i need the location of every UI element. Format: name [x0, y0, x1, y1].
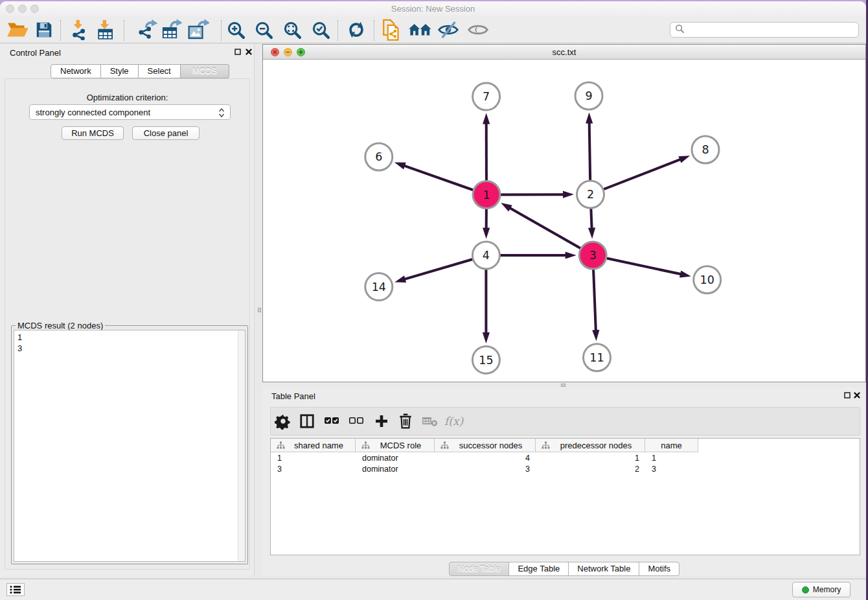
export-network-icon — [136, 19, 158, 42]
optimization-criterion-label: Optimization criterion: — [5, 93, 249, 102]
workspace: Control Panel NetworkStyleSelectMCDS Opt… — [0, 43, 866, 580]
zoom-fit-icon — [282, 20, 302, 41]
network-canvas[interactable]: 7968124314101511 — [263, 60, 865, 382]
table-row[interactable]: 1dominator411 — [271, 452, 698, 463]
column-header-name[interactable]: name — [645, 439, 698, 452]
main-toolbar — [0, 17, 866, 43]
export-table-button[interactable] — [159, 18, 183, 43]
network-window-titlebar: scc.txt — [263, 45, 865, 60]
toolbar-separator — [124, 20, 124, 41]
svg-text:2: 2 — [587, 188, 594, 201]
table-panel-close-button[interactable] — [852, 390, 862, 400]
mcds-result-title: MCDS result (2 nodes) — [16, 321, 105, 330]
column-header-MCDS-role[interactable]: MCDS role — [356, 439, 435, 452]
svg-text:10: 10 — [700, 273, 714, 286]
close-panel-button[interactable]: Close panel — [132, 126, 200, 140]
function-builder-button: f(x) — [444, 410, 467, 433]
table-header-row: shared name MCDS role successor nodes pr… — [271, 439, 698, 452]
table-panel-titlebar: Table Panel — [262, 387, 866, 404]
search-field[interactable] — [670, 22, 859, 38]
svg-text:11: 11 — [589, 351, 604, 364]
plus-icon — [374, 413, 389, 431]
control-tab-network[interactable]: Network — [51, 64, 101, 78]
export-image-button[interactable] — [186, 18, 211, 43]
control-tab-select[interactable]: Select — [139, 64, 181, 78]
eye-slash-icon — [437, 21, 460, 41]
export-table-icon — [160, 19, 182, 42]
memory-button[interactable]: Memory — [792, 582, 851, 597]
home-button[interactable] — [407, 18, 432, 43]
column-header-predecessor-nodes[interactable]: predecessor nodes — [536, 439, 645, 452]
control-panel: Control Panel NetworkStyleSelectMCDS Opt… — [0, 44, 255, 577]
svg-text:14: 14 — [372, 281, 386, 294]
column-header-successor-nodes[interactable]: successor nodes — [435, 439, 536, 452]
control-panel-close-button[interactable] — [244, 47, 254, 57]
task-history-button[interactable] — [6, 583, 25, 596]
mcds-result-scrollbar[interactable] — [238, 330, 245, 561]
column-visibility-button[interactable] — [295, 410, 319, 433]
svg-text:6: 6 — [375, 150, 382, 163]
save-session-button[interactable] — [32, 18, 56, 43]
horizontal-divider-handle[interactable] — [561, 384, 565, 387]
deselect-all-button[interactable] — [345, 410, 368, 433]
table-panel-float-button[interactable] — [842, 390, 852, 400]
delete-table-button — [418, 410, 442, 433]
app-window: Session: New Session — [0, 1, 866, 600]
mcds-result-text[interactable]: 1 3 — [14, 330, 246, 562]
mcds-result-group: MCDS result (2 nodes) 1 3 — [11, 325, 248, 564]
table-tabs: Node TableEdge TableNetwork TableMotifs — [262, 562, 866, 576]
tree-icon — [440, 441, 449, 449]
status-bar: Memory — [0, 579, 866, 600]
search-input[interactable] — [688, 25, 858, 34]
table-tab-node-table[interactable]: Node Table — [449, 562, 510, 576]
table-panel-title: Table Panel — [271, 391, 315, 401]
window-titlebar: Session: New Session — [0, 1, 866, 17]
search-icon — [675, 24, 685, 36]
control-panel-float-button[interactable] — [233, 47, 243, 57]
network-file-icon — [381, 19, 402, 43]
network-file-button[interactable] — [379, 18, 404, 43]
zoom-selected-button[interactable] — [308, 18, 333, 43]
eye-icon — [466, 21, 490, 41]
criterion-select[interactable]: strongly connected component — [29, 104, 231, 120]
svg-text:8: 8 — [702, 143, 709, 156]
table-tab-network-table[interactable]: Network Table — [569, 562, 639, 576]
trash-icon — [398, 413, 413, 432]
control-tab-style[interactable]: Style — [101, 64, 139, 78]
export-image-icon — [187, 19, 209, 42]
delete-column-button[interactable] — [394, 410, 417, 433]
network-view-window: scc.txt 7968124314101511 — [262, 44, 866, 382]
open-session-button[interactable] — [5, 18, 30, 43]
zoom-in-icon — [226, 20, 246, 41]
table-settings-button[interactable] — [271, 410, 295, 433]
vertical-divider-handle[interactable] — [258, 308, 261, 312]
hide-panel-button[interactable] — [436, 18, 461, 43]
deselect-all-icon — [348, 415, 365, 430]
run-mcds-button[interactable]: Run MCDS — [62, 126, 124, 140]
table-tab-motifs[interactable]: Motifs — [639, 562, 680, 576]
apply-layout-button[interactable] — [344, 18, 369, 43]
control-tab-mcds[interactable]: MCDS — [181, 64, 229, 78]
export-network-button[interactable] — [135, 18, 159, 43]
control-panel-tabs: NetworkStyleSelectMCDS — [51, 64, 229, 78]
column-header-shared-name[interactable]: shared name — [271, 439, 356, 452]
zoom-in-button[interactable] — [223, 18, 248, 43]
node-table: shared name MCDS role successor nodes pr… — [270, 438, 860, 555]
import-table-button[interactable] — [93, 18, 117, 43]
memory-label: Memory — [813, 585, 841, 594]
save-icon — [34, 20, 54, 41]
import-network-button[interactable] — [66, 18, 91, 43]
table-delete-icon — [421, 415, 439, 430]
add-column-button[interactable] — [370, 410, 393, 433]
table-row[interactable]: 3dominator323 — [271, 463, 698, 474]
svg-text:f(x): f(x) — [444, 415, 464, 428]
select-all-button[interactable] — [320, 410, 343, 433]
network-window-title: scc.txt — [263, 47, 865, 57]
zoom-selected-icon — [311, 20, 330, 41]
zoom-fit-button[interactable] — [280, 18, 304, 43]
zoom-out-button[interactable] — [251, 18, 276, 43]
show-panel-button[interactable] — [466, 18, 490, 43]
table-tab-edge-table[interactable]: Edge Table — [509, 562, 569, 576]
control-panel-titlebar: Control Panel — [0, 44, 254, 61]
toolbar-separator — [374, 20, 374, 41]
